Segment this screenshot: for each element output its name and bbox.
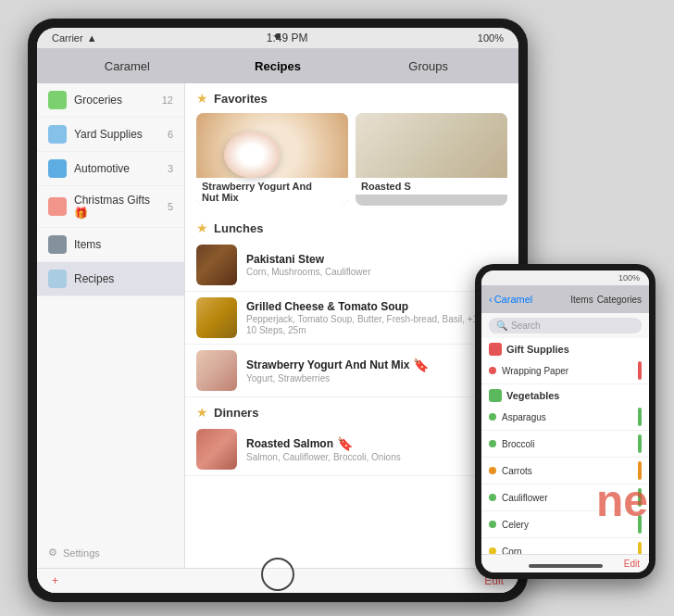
corn-left: Corn xyxy=(489,547,522,555)
phone-list-content: Gift Supplies Wrapping Paper Vegetables xyxy=(481,338,649,554)
tab-caramel[interactable]: Caramel xyxy=(52,59,203,73)
sidebar-auto-label: Automotive xyxy=(74,162,160,175)
asparagus-label: Asparagus xyxy=(502,412,546,422)
tablet-content: Groceries 12 Yard Supplies 6 Automotive … xyxy=(37,83,518,568)
strawberry-info: Strawberry Yogurt And Nut Mix 🔖 Yogurt, … xyxy=(246,358,507,383)
broccoli-label: Broccoli xyxy=(502,439,535,449)
grilled-info: Grilled Cheese & Tomato Soup Pepperjack,… xyxy=(246,300,507,335)
sidebar-recipes-label: Recipes xyxy=(74,272,173,285)
sidebar-item-auto[interactable]: Automotive 3 xyxy=(37,152,184,186)
yard-icon xyxy=(48,125,67,144)
phone-section-vegetables: Vegetables xyxy=(481,384,649,404)
sidebar-christmas-count: 5 xyxy=(168,201,173,212)
cauliflower-dot xyxy=(489,494,496,501)
stew-thumbnail xyxy=(196,245,237,285)
strawberry-thumbnail xyxy=(196,350,237,391)
phone-tab-items[interactable]: Items xyxy=(570,295,593,305)
phone-list-item-asparagus[interactable]: Asparagus xyxy=(481,404,649,431)
recipe-item-stew[interactable]: Pakistani Stew Corn, Mushrooms, Cauliflo… xyxy=(185,239,518,292)
strawberry-name: Strawberry Yogurt And Nut Mix 🔖 xyxy=(246,358,507,372)
sidebar-item-recipes[interactable]: Recipes xyxy=(37,262,184,296)
items-icon xyxy=(48,235,67,254)
add-button[interactable]: + xyxy=(52,574,58,587)
sidebar-auto-count: 3 xyxy=(168,163,173,174)
wrapping-left: Wrapping Paper xyxy=(489,366,568,376)
featured-card-yogurt[interactable]: Strawberry Yogurt And Nut Mix xyxy=(196,113,348,206)
corn-color-bar xyxy=(638,542,642,554)
tablet-home-button[interactable] xyxy=(261,558,294,591)
broccoli-dot xyxy=(489,440,496,447)
broccoli-left: Broccoli xyxy=(489,439,535,449)
back-chevron-icon: ‹ xyxy=(489,294,493,305)
broccoli-color-bar xyxy=(638,434,642,453)
phone-battery: 100% xyxy=(618,273,640,283)
recipe-item-salmon[interactable]: Roasted Salmon 🔖 Salmon, Cauliflower, Br… xyxy=(185,423,518,476)
gifts-section-label: Gift Supplies xyxy=(506,344,569,355)
status-carrier: Carrier ▲ xyxy=(52,32,97,44)
phone-list-item-celery[interactable]: Celery xyxy=(481,511,649,538)
sidebar-item-items[interactable]: Items xyxy=(37,228,184,262)
auto-icon xyxy=(48,159,67,178)
celery-dot xyxy=(489,521,496,528)
sidebar-item-christmas[interactable]: Christmas Gifts 🎁 5 xyxy=(37,186,184,228)
tablet-device: Carrier ▲ 1:49 PM 100% Caramel Recipes G… xyxy=(28,19,528,602)
settings-item[interactable]: ⚙ Settings xyxy=(37,537,184,568)
grilled-meta: Pepperjack, Tomato Soup, Butter, Fresh-b… xyxy=(246,314,507,324)
phone-list-item-corn[interactable]: Corn xyxy=(481,538,649,554)
salmon-thumbnail xyxy=(196,429,237,470)
search-input[interactable]: 🔍 Search xyxy=(489,318,642,333)
phone-search-bar[interactable]: 🔍 Search xyxy=(481,313,649,338)
yogurt-name-line2: Nut Mix xyxy=(202,192,239,203)
settings-gear-icon: ⚙ xyxy=(48,547,57,559)
dinners-title: Dinners xyxy=(214,406,258,420)
groceries-icon xyxy=(48,91,67,109)
yogurt-image xyxy=(196,113,348,178)
lunches-star-icon: ★ xyxy=(196,220,208,235)
celery-label: Celery xyxy=(502,520,529,530)
phone-list-item-broccoli[interactable]: Broccoli xyxy=(481,431,649,458)
status-time: 1:49 PM xyxy=(267,31,308,44)
lunches-title: Lunches xyxy=(214,221,263,235)
phone-home-indicator[interactable] xyxy=(529,564,603,568)
corn-dot xyxy=(489,547,496,554)
cauliflower-left: Cauliflower xyxy=(489,493,547,503)
phone-status-bar: 100% xyxy=(481,270,649,285)
asparagus-color-bar xyxy=(638,408,642,426)
sidebar-groceries-count: 12 xyxy=(162,94,173,106)
carrots-left: Carrots xyxy=(489,466,532,476)
carrots-color-bar xyxy=(638,461,642,480)
phone-list-item-carrots[interactable]: Carrots xyxy=(481,458,649,484)
recipe-item-strawberry[interactable]: Strawberry Yogurt And Nut Mix 🔖 Yogurt, … xyxy=(185,345,518,397)
phone-device: 100% ‹ Caramel Items Categories 🔍 Search xyxy=(475,264,655,579)
phone-nav-tabs: Items Categories xyxy=(536,295,642,305)
recipe-item-grilled[interactable]: Grilled Cheese & Tomato Soup Pepperjack,… xyxy=(185,292,518,345)
tab-groups[interactable]: Groups xyxy=(353,59,504,73)
cauliflower-label: Cauliflower xyxy=(502,493,547,503)
back-label: Caramel xyxy=(494,294,533,305)
sidebar-item-groceries[interactable]: Groceries 12 xyxy=(37,83,184,118)
search-placeholder: Search xyxy=(511,321,541,331)
phone-list-item-cauliflower[interactable]: Cauliflower xyxy=(481,484,649,511)
phone-back-button[interactable]: ‹ Caramel xyxy=(489,294,532,305)
phone-tab-categories[interactable]: Categories xyxy=(597,295,642,305)
featured-row: Strawberry Yogurt And Nut Mix Roasted S xyxy=(185,109,518,213)
phone-edit-button[interactable]: Edit xyxy=(624,559,640,569)
salmon-bookmark-icon: 🔖 xyxy=(337,436,353,451)
salmon-name: Roasted Salmon 🔖 xyxy=(246,436,507,451)
wrapping-right xyxy=(638,361,642,380)
celery-color-bar xyxy=(638,515,642,534)
asparagus-dot xyxy=(489,413,496,421)
sidebar-item-yard[interactable]: Yard Supplies 6 xyxy=(37,118,184,152)
roasted-image xyxy=(356,113,507,178)
wrapping-label: Wrapping Paper xyxy=(502,366,568,376)
featured-card-roasted[interactable]: Roasted S xyxy=(356,113,507,206)
phone-list-item-wrapping[interactable]: Wrapping Paper xyxy=(481,358,649,384)
vegetables-section-label: Vegetables xyxy=(506,390,559,401)
tab-recipes[interactable]: Recipes xyxy=(203,59,354,73)
corn-label: Corn xyxy=(502,547,522,555)
celery-left: Celery xyxy=(489,520,529,530)
phone-nav-bar: ‹ Caramel Items Categories xyxy=(481,285,649,313)
sidebar: Groceries 12 Yard Supplies 6 Automotive … xyxy=(37,83,185,568)
phone-section-gifts: Gift Supplies xyxy=(481,338,649,358)
asparagus-left: Asparagus xyxy=(489,412,546,422)
